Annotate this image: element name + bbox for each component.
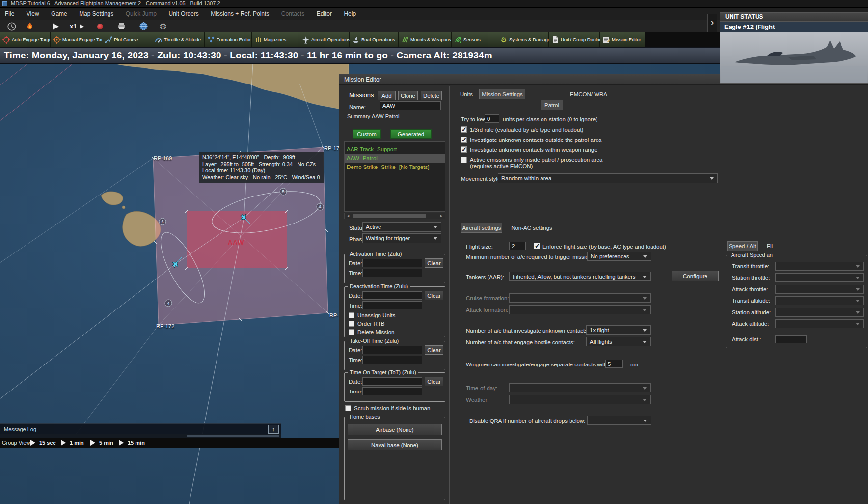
unassign-units-checkbox[interactable]	[349, 312, 354, 318]
time-compression-label[interactable]: x1	[70, 23, 77, 30]
gear-icon[interactable]: ⚙	[159, 21, 167, 32]
speed-5min-label[interactable]: 5 min	[99, 438, 113, 448]
deactivation-clear-button[interactable]: Clear	[425, 291, 443, 300]
mission-name-input[interactable]	[380, 101, 441, 110]
ref-point-label-rp172[interactable]: RP-172	[156, 323, 174, 329]
tab-speed-alt[interactable]: Speed / Alt	[727, 241, 758, 251]
speed-15sec-label[interactable]: 15 sec	[39, 438, 56, 448]
tab-flight-partial[interactable]: Fli	[761, 241, 778, 251]
ribbon-plot-course[interactable]: Plot Course	[102, 32, 152, 47]
group-view-toggle[interactable]: Group View	[2, 438, 30, 448]
configure-tankers-button[interactable]: Configure	[672, 271, 719, 281]
tab-mission-settings[interactable]: Mission Settings	[479, 89, 525, 99]
clock-icon[interactable]	[7, 22, 17, 31]
menu-unit-orders[interactable]: Unit Orders	[164, 8, 204, 20]
scroll-right-icon[interactable]: ▸	[438, 213, 444, 219]
station-altitude-dropdown[interactable]	[775, 308, 864, 317]
tab-non-ac-settings[interactable]: Non-AC settings	[512, 223, 551, 233]
tab-emcon-wra[interactable]: EMCON/ WRA	[569, 89, 608, 99]
ribbon-mission-editor[interactable]: Mission Editor	[600, 32, 645, 47]
menu-file[interactable]: File	[0, 8, 19, 20]
tot-clear-button[interactable]: Clear	[425, 377, 443, 386]
mission-list-item[interactable]: AAR Track -Support-	[345, 145, 445, 154]
menu-missions-ref-points[interactable]: Missions + Ref. Points	[206, 8, 274, 20]
generated-mission-button[interactable]: Generated	[390, 129, 432, 139]
scrub-mission-checkbox[interactable]	[345, 405, 351, 411]
ribbon-throttle-altitude[interactable]: Throttle & Altitude	[152, 32, 205, 47]
ref-point-label-rp17[interactable]: RP-17	[324, 145, 339, 151]
phase-dropdown[interactable]: Waiting for trigger	[362, 233, 441, 243]
transit-throttle-dropdown[interactable]	[775, 262, 864, 271]
time-of-day-dropdown[interactable]	[509, 383, 651, 392]
attack-altitude-dropdown[interactable]	[775, 319, 864, 328]
ribbon-boat-operations[interactable]: Boat Operations	[350, 32, 399, 47]
mission-list-item[interactable]: Demo Strike -Strike- [No Targets]	[345, 163, 445, 171]
ribbon-formation-editor[interactable]: Formation Editor	[205, 32, 252, 47]
play-icon[interactable]	[53, 23, 59, 30]
enforce-flight-size-checkbox[interactable]	[534, 243, 540, 249]
scroll-left-icon[interactable]: ◂	[345, 213, 351, 219]
tot-time-input[interactable]	[362, 387, 422, 395]
one-third-rule-checkbox[interactable]	[461, 126, 467, 133]
ribbon-mounts-weapons[interactable]: Mounts & Weapons	[399, 32, 452, 47]
menu-help[interactable]: Help	[339, 8, 361, 20]
custom-mission-button[interactable]: Custom	[353, 129, 381, 139]
takeoff-clear-button[interactable]: Clear	[425, 345, 443, 355]
naval-base-button[interactable]: Naval base (None)	[348, 439, 442, 450]
record-icon[interactable]	[97, 24, 103, 29]
cruise-formation-dropdown[interactable]	[509, 293, 651, 303]
menu-editor[interactable]: Editor	[312, 8, 337, 20]
airbase-button[interactable]: Airbase (None)	[348, 424, 442, 435]
mission-editor-window[interactable]: Mission Editor Missions Add Clone Delete…	[339, 74, 868, 504]
waypoint-number[interactable]: 4	[165, 300, 172, 307]
order-rtb-checkbox[interactable]	[349, 321, 354, 327]
speed-1min-label[interactable]: 1 min	[70, 438, 84, 448]
waypoint-number[interactable]: 4	[317, 203, 324, 210]
movement-style-dropdown[interactable]: Random within area	[498, 173, 718, 183]
ribbon-unit-group-doctrine[interactable]: Unit / Group Doctrine	[549, 32, 600, 47]
tab-aircraft-settings[interactable]: Aircraft settings	[461, 223, 502, 233]
wingmen-range-input[interactable]	[605, 360, 623, 368]
active-emissions-checkbox[interactable]	[461, 157, 467, 163]
takeoff-time-input[interactable]	[362, 356, 422, 364]
waypoint-number[interactable]: 6	[159, 218, 166, 225]
ribbon-auto-engage-target[interactable]: Auto Engage Target	[0, 32, 51, 47]
flame-icon[interactable]	[26, 21, 34, 31]
speed-15min-label[interactable]: 15 min	[128, 438, 145, 448]
tot-date-input[interactable]	[362, 377, 422, 386]
printer-icon[interactable]	[117, 22, 126, 31]
investigate-outside-checkbox[interactable]	[461, 137, 467, 143]
unit-status-collapse-button[interactable]: ›	[707, 14, 717, 32]
menu-view[interactable]: View	[22, 8, 44, 20]
engage-count-dropdown[interactable]: All flights	[586, 337, 651, 346]
ribbon-aircraft-operations[interactable]: Aircraft Operations	[299, 32, 350, 47]
transit-altitude-dropdown[interactable]	[775, 296, 864, 305]
globe-icon[interactable]	[139, 22, 148, 31]
speed-play-icon[interactable]	[80, 24, 84, 29]
ribbon-manual-engage-target[interactable]: Manual Engage Target	[51, 32, 102, 47]
speed-15min-play-icon[interactable]	[119, 440, 124, 446]
flight-size-input[interactable]	[509, 242, 526, 250]
ribbon-magazines[interactable]: Magazines	[252, 32, 299, 47]
mission-list[interactable]: AAR Track -Support- AAW -Patrol- Demo St…	[344, 141, 445, 212]
message-log-scrollbar[interactable]	[0, 434, 281, 438]
delete-mission-checkbox[interactable]	[349, 329, 354, 335]
mission-list-item-selected[interactable]: AAW -Patrol-	[345, 154, 445, 163]
weather-dropdown[interactable]	[509, 395, 651, 404]
clone-mission-button[interactable]: Clone	[398, 91, 418, 100]
message-log-expand-button[interactable]: ↑	[268, 425, 279, 434]
ref-point-label-rp-partial[interactable]: RP-	[329, 312, 339, 318]
speed-15sec-play-icon[interactable]	[30, 440, 35, 446]
speed-5min-play-icon[interactable]	[90, 440, 95, 446]
mission-list-hscrollbar[interactable]: ◂ ▸	[344, 213, 445, 219]
add-mission-button[interactable]: Add	[378, 91, 396, 100]
station-throttle-dropdown[interactable]	[775, 273, 864, 282]
attack-formation-dropdown[interactable]	[509, 305, 651, 314]
unit-status-name-row[interactable]: Eagle #12 (Flight	[720, 22, 868, 32]
menu-game[interactable]: Game	[46, 8, 72, 20]
attack-distance-input[interactable]	[775, 335, 807, 343]
activation-clear-button[interactable]: Clear	[425, 258, 443, 268]
tab-units[interactable]: Units	[455, 89, 478, 99]
ribbon-sensors[interactable]: Sensors	[452, 32, 497, 47]
activation-time-input[interactable]	[362, 269, 422, 277]
